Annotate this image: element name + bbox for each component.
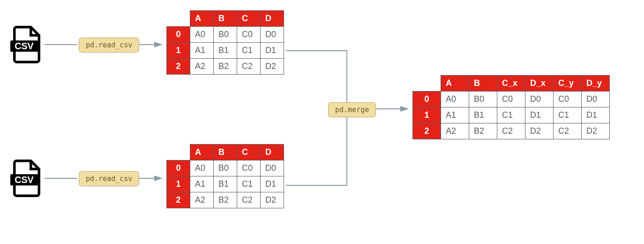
row-index: 1 xyxy=(413,107,441,123)
cell: B1 xyxy=(214,43,237,59)
col-header: C_y xyxy=(554,76,582,92)
col-header: D_y xyxy=(582,76,610,92)
cell: B0 xyxy=(214,160,237,176)
row-index: 2 xyxy=(413,123,441,139)
cell: D1 xyxy=(525,107,554,123)
cell: D1 xyxy=(261,43,284,59)
cell: A1 xyxy=(190,43,214,59)
row-index: 1 xyxy=(167,43,190,59)
cell: B2 xyxy=(214,192,237,208)
cell: B0 xyxy=(214,27,237,43)
cell: D2 xyxy=(261,59,284,75)
cell: A2 xyxy=(441,123,469,139)
cell: D0 xyxy=(261,160,284,176)
read-csv-badge: pd.read_csv xyxy=(79,171,139,186)
cell: D0 xyxy=(525,92,554,107)
svg-text:CSV: CSV xyxy=(15,41,33,51)
row-index: 2 xyxy=(167,192,190,208)
table-header-row: A B C D xyxy=(167,145,284,160)
cell: D0 xyxy=(261,27,284,43)
cell: C0 xyxy=(554,92,582,107)
cell: C0 xyxy=(237,160,261,176)
col-header: A xyxy=(441,76,469,92)
col-header: C_x xyxy=(497,76,525,92)
cell: C1 xyxy=(237,43,261,59)
cell: A1 xyxy=(190,176,214,192)
table-row: 0 A0 B0 C0 D0 xyxy=(167,160,284,176)
cell: C2 xyxy=(497,123,525,139)
table-header-row: A B C D xyxy=(167,11,284,27)
table-row: 2 A2 B2 C2 D2 xyxy=(167,59,284,75)
cell: A0 xyxy=(190,27,214,43)
cell: C2 xyxy=(554,123,582,139)
col-header: D xyxy=(261,145,284,160)
cell: B1 xyxy=(214,176,237,192)
table-corner xyxy=(167,11,190,27)
col-header: D xyxy=(261,11,284,27)
table-row: 1 A1 B1 C1 D1 C1 D1 xyxy=(413,107,610,123)
cell: A0 xyxy=(441,92,469,107)
table-corner xyxy=(413,76,441,92)
cell: B2 xyxy=(469,123,497,139)
svg-text:CSV: CSV xyxy=(15,175,33,185)
col-header: A xyxy=(190,11,214,27)
cell: D2 xyxy=(525,123,554,139)
cell: A0 xyxy=(190,160,214,176)
cell: D2 xyxy=(261,192,284,208)
cell: D1 xyxy=(582,107,610,123)
dataframe-table-1: A B C D 0 A0 B0 C0 D0 1 A1 B1 C1 D1 2 A2… xyxy=(166,10,284,75)
cell: D2 xyxy=(582,123,610,139)
table-row: 2 A2 B2 C2 D2 xyxy=(167,192,284,208)
cell: C2 xyxy=(237,192,261,208)
table-row: 2 A2 B2 C2 D2 C2 D2 xyxy=(413,123,610,139)
row-index: 0 xyxy=(167,27,190,43)
cell: C2 xyxy=(237,59,261,75)
csv-file-icon: CSV xyxy=(10,26,43,63)
read-csv-badge: pd.read_csv xyxy=(79,38,139,53)
cell: B1 xyxy=(469,107,497,123)
col-header: B xyxy=(469,76,497,92)
cell: C0 xyxy=(237,27,261,43)
col-header: A xyxy=(190,145,214,160)
row-index: 0 xyxy=(167,160,190,176)
cell: D1 xyxy=(261,176,284,192)
table-row: 0 A0 B0 C0 D0 C0 D0 xyxy=(413,92,610,107)
cell: C1 xyxy=(497,107,525,123)
table-row: 1 A1 B1 C1 D1 xyxy=(167,43,284,59)
table-row: 0 A0 B0 C0 D0 xyxy=(167,27,284,43)
cell: C1 xyxy=(554,107,582,123)
col-header: B xyxy=(214,11,237,27)
cell: C0 xyxy=(497,92,525,107)
col-header: D_x xyxy=(525,76,554,92)
table-row: 1 A1 B1 C1 D1 xyxy=(167,176,284,192)
cell: D0 xyxy=(582,92,610,107)
cell: A2 xyxy=(190,192,214,208)
cell: A2 xyxy=(190,59,214,75)
row-index: 2 xyxy=(167,59,190,75)
row-index: 0 xyxy=(413,92,441,107)
col-header: B xyxy=(214,145,237,160)
cell: B0 xyxy=(469,92,497,107)
merge-badge: pd.merge xyxy=(328,102,376,117)
merged-dataframe-table: A B C_x D_x C_y D_y 0 A0 B0 C0 D0 C0 D0 … xyxy=(412,75,610,139)
cell: B2 xyxy=(214,59,237,75)
cell: C1 xyxy=(237,176,261,192)
cell: A1 xyxy=(441,107,469,123)
col-header: C xyxy=(237,11,261,27)
row-index: 1 xyxy=(167,176,190,192)
table-header-row: A B C_x D_x C_y D_y xyxy=(413,76,610,92)
csv-file-icon: CSV xyxy=(10,160,43,197)
table-corner xyxy=(167,145,190,160)
col-header: C xyxy=(237,145,261,160)
dataframe-table-2: A B C D 0 A0 B0 C0 D0 1 A1 B1 C1 D1 2 A2… xyxy=(166,144,284,208)
